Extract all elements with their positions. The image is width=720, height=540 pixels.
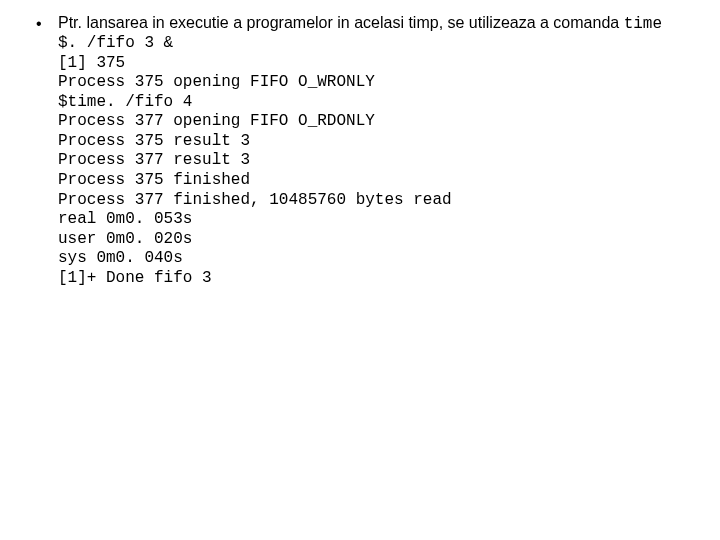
intro-prose: Ptr. lansarea in executie a programelor … bbox=[58, 14, 624, 31]
bullet-content: Ptr. lansarea in executie a programelor … bbox=[58, 14, 700, 288]
intro-code: time bbox=[624, 15, 662, 33]
bullet-item: • Ptr. lansarea in executie a programelo… bbox=[30, 14, 700, 288]
terminal-output: $. /fifo 3 & [1] 375 Process 375 opening… bbox=[58, 34, 700, 288]
intro-text: Ptr. lansarea in executie a programelor … bbox=[58, 14, 700, 33]
bullet-marker: • bbox=[30, 14, 58, 33]
